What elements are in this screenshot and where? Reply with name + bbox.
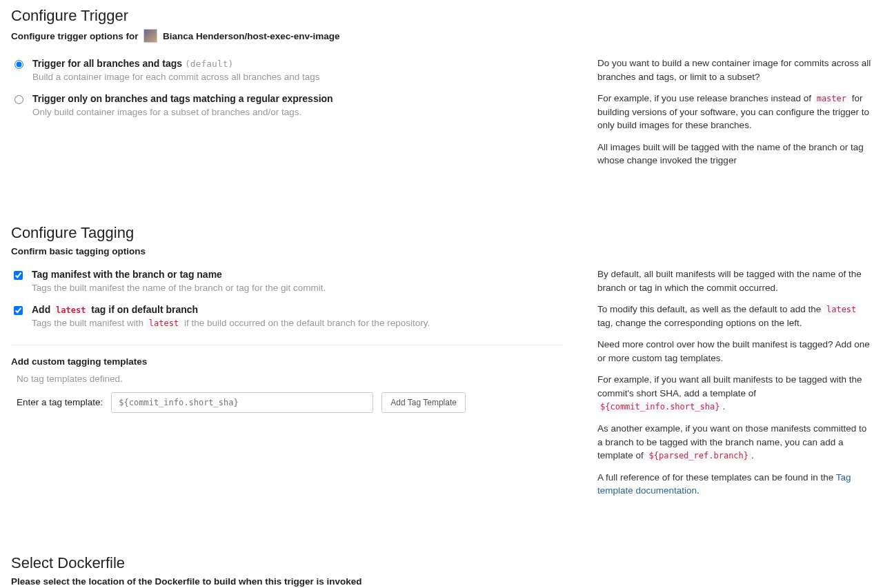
tag-branch-label: Tag manifest with the branch or tag name — [32, 269, 222, 280]
tagging-check-latest[interactable]: Add latest tag if on default branch Tags… — [11, 301, 563, 336]
configure-tagging-title: Configure Tagging — [11, 224, 872, 242]
code-master: master — [814, 93, 849, 104]
tagging-help-p1: By default, all built manifests will be … — [597, 267, 872, 294]
trigger-all-default: (default) — [185, 59, 233, 69]
tagging-help-p5: As another example, if you want on those… — [597, 422, 872, 463]
add-tag-template-button[interactable]: Add Tag Template — [381, 392, 466, 413]
tag-latest-label: Add latest tag if on default branch — [32, 304, 198, 315]
tag-branch-desc: Tags the built manifest the name of the … — [32, 283, 326, 293]
tagging-help-p3: Need more control over how the built man… — [597, 338, 872, 365]
trigger-regex-desc: Only build container images for a subset… — [32, 107, 333, 117]
code-latest-help: latest — [824, 304, 859, 315]
trigger-help-p1: Do you want to build a new container ima… — [597, 57, 872, 83]
configure-trigger-title: Configure Trigger — [11, 7, 872, 25]
tagging-help-p4: For example, if you want all built manif… — [597, 373, 872, 414]
trigger-help-p2: For example, if you use release branches… — [597, 92, 872, 132]
code-latest-desc: latest — [146, 318, 181, 329]
custom-tagging-title: Add custom tagging templates — [11, 356, 563, 367]
tag-template-label: Enter a tag template: — [11, 397, 103, 407]
tag-template-input[interactable] — [111, 392, 373, 413]
configure-trigger-sub-prefix: Configure trigger options for — [11, 31, 139, 41]
tagging-help-p2: To modify this default, as well as the d… — [597, 303, 872, 330]
code-parsed-ref: ${parsed_ref.branch} — [646, 450, 752, 461]
tag-latest-desc: Tags the built manifest with latest if t… — [32, 318, 430, 328]
code-short-sha: ${commit_info.short_sha} — [597, 401, 722, 412]
configure-trigger-repo: Bianca Henderson/host-exec-env-image — [163, 31, 340, 41]
trigger-regex-label: Trigger only on branches and tags matchi… — [32, 93, 333, 104]
select-dockerfile-sub: Please select the location of the Docker… — [11, 576, 872, 587]
configure-tagging-sub: Confirm basic tagging options — [11, 246, 872, 256]
trigger-all-radio[interactable] — [14, 60, 23, 69]
tag-latest-checkbox[interactable] — [14, 306, 23, 315]
trigger-option-regex[interactable]: Trigger only on branches and tags matchi… — [11, 90, 563, 125]
configure-trigger-subhead: Configure trigger options for Bianca Hen… — [11, 29, 872, 43]
trigger-all-desc: Build a container image for each commit … — [32, 72, 319, 82]
trigger-regex-radio[interactable] — [14, 95, 23, 104]
tag-branch-checkbox[interactable] — [14, 271, 23, 280]
trigger-option-all[interactable]: Trigger for all branches and tags (defau… — [11, 55, 563, 90]
avatar-icon — [143, 29, 157, 43]
trigger-help-p3: All images built will be tagged with the… — [597, 141, 872, 168]
code-latest-lbl: latest — [53, 305, 88, 316]
select-dockerfile-title: Select Dockerfile — [11, 554, 872, 572]
tagging-help-p6: A full reference of for these templates … — [597, 471, 872, 498]
tagging-check-branch[interactable]: Tag manifest with the branch or tag name… — [11, 266, 563, 301]
divider — [11, 345, 563, 345]
custom-tagging-empty: No tag templates defined. — [11, 374, 563, 384]
trigger-all-label: Trigger for all branches and tags — [32, 58, 182, 69]
